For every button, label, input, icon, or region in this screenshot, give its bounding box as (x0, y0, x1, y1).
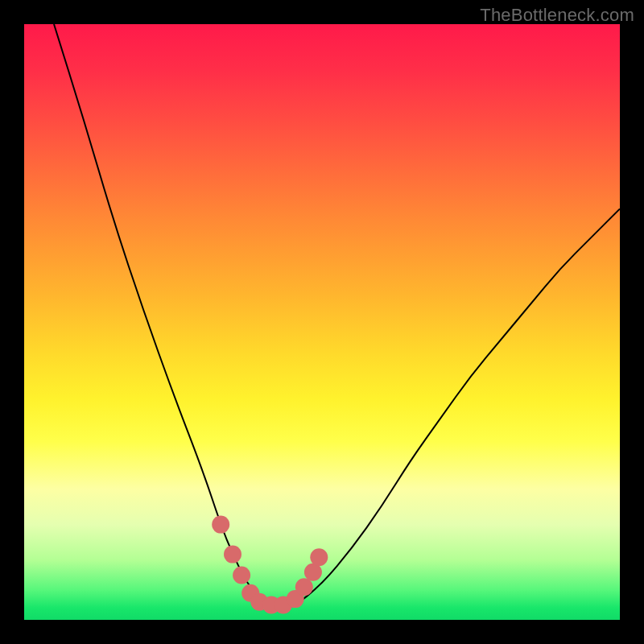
curve-markers (212, 516, 328, 614)
bottleneck-curve (54, 24, 620, 608)
watermark-text: TheBottleneck.com (480, 5, 634, 26)
curve-svg (24, 24, 620, 620)
plot-area (24, 24, 620, 620)
curve-marker (233, 567, 250, 584)
curve-marker (310, 548, 328, 566)
curve-marker (212, 516, 229, 534)
curve-marker (224, 546, 242, 564)
curve-marker (295, 578, 313, 596)
chart-frame: TheBottleneck.com (0, 0, 644, 644)
